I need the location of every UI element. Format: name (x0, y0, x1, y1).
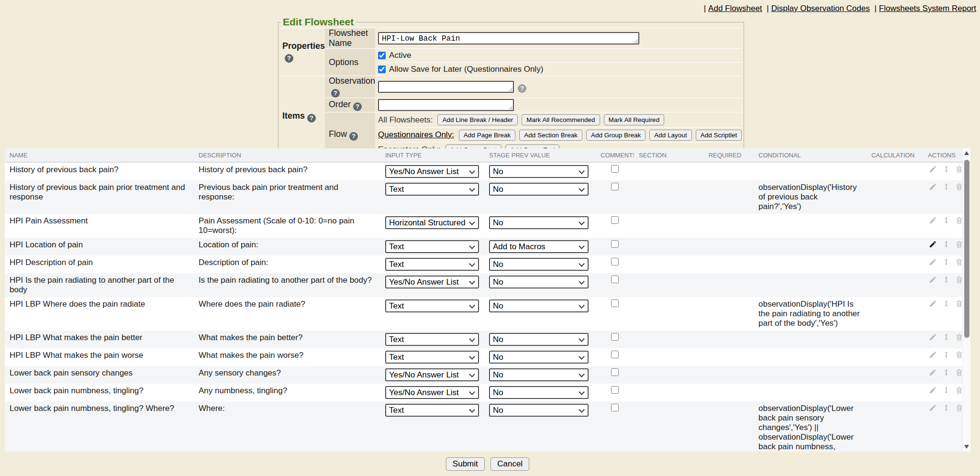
move-icon[interactable] (942, 333, 950, 341)
stage-prev-select[interactable]: No (489, 404, 589, 417)
mark-all-required-button[interactable]: Mark All Required (604, 114, 665, 125)
comments-checkbox[interactable] (611, 240, 619, 248)
move-icon[interactable] (942, 240, 950, 248)
comments-checkbox[interactable] (611, 368, 619, 376)
questionnaires-only-label: Questionnaires Only: (378, 130, 454, 140)
allow-save-checkbox[interactable] (378, 66, 386, 73)
stage-prev-select[interactable]: No (489, 165, 589, 178)
stage-prev-select[interactable]: No (489, 351, 589, 364)
edit-icon[interactable] (929, 333, 937, 341)
edit-icon[interactable] (929, 240, 937, 248)
move-icon[interactable] (942, 276, 950, 284)
stage-prev-select[interactable]: No (489, 386, 589, 399)
link-display-observation-codes[interactable]: Display Observation Codes (771, 4, 870, 13)
edit-icon[interactable] (929, 183, 937, 191)
edit-icon[interactable] (929, 351, 937, 359)
comments-checkbox[interactable] (611, 333, 619, 341)
input-type-select[interactable]: Text (385, 258, 479, 271)
items-help-icon[interactable]: ? (307, 114, 316, 122)
move-icon[interactable] (942, 299, 950, 308)
comments-checkbox[interactable] (611, 216, 619, 224)
comments-checkbox[interactable] (611, 404, 619, 411)
add-group-break-button[interactable]: Add Group Break (586, 130, 646, 141)
properties-help-icon[interactable]: ? (285, 54, 293, 63)
move-icon[interactable] (942, 165, 950, 173)
submit-button[interactable]: Submit (446, 457, 485, 471)
link-flowsheets-system-report[interactable]: Flowsheets System Report (879, 4, 976, 13)
item-calculation (865, 214, 921, 238)
move-icon[interactable] (942, 386, 950, 394)
add-layout-button[interactable]: Add Layout (649, 130, 691, 141)
input-type-select[interactable]: Yes/No Answer List (385, 386, 479, 399)
add-line-break-header-button[interactable]: Add Line Break / Header (437, 114, 518, 125)
item-required (696, 238, 754, 255)
item-description: Pain Assessment (Scale of 0-10: 0=no pai… (199, 216, 355, 235)
item-name: History of previous back pain? (10, 165, 119, 174)
item-description: What makes the pain better? (199, 333, 302, 342)
item-calculation (865, 238, 921, 255)
flowsheet-name-input[interactable]: HPI-Low Back Pain (378, 32, 639, 44)
order-help-icon[interactable]: ? (353, 102, 362, 111)
stage-prev-select[interactable]: No (489, 333, 589, 346)
stage-prev-select[interactable]: No (489, 216, 589, 229)
stage-prev-select[interactable]: No (489, 276, 589, 288)
input-type-select[interactable]: Yes/No Answer List (385, 368, 479, 381)
add-scriptlet-button[interactable]: Add Scriptlet (696, 130, 742, 141)
move-icon[interactable] (942, 216, 950, 224)
edit-icon[interactable] (929, 404, 937, 412)
add-section-break-button[interactable]: Add Section Break (519, 130, 582, 141)
comments-checkbox[interactable] (611, 165, 619, 173)
input-type-select[interactable]: Text (385, 333, 479, 346)
item-section (634, 214, 696, 238)
input-type-select[interactable]: Yes/No Answer List (385, 276, 479, 288)
scrollbar-thumb[interactable] (964, 160, 969, 338)
active-checkbox[interactable] (378, 52, 386, 59)
add-page-break-button[interactable]: Add Page Break (459, 130, 515, 141)
item-calculation (865, 255, 921, 273)
comments-checkbox[interactable] (611, 276, 619, 283)
edit-icon[interactable] (929, 299, 937, 308)
input-type-select[interactable]: Text (385, 404, 479, 417)
input-type-select[interactable]: Text (385, 240, 479, 253)
edit-icon[interactable] (929, 368, 937, 376)
comments-checkbox[interactable] (611, 183, 619, 190)
move-icon[interactable] (942, 404, 950, 412)
edit-icon[interactable] (929, 216, 937, 224)
input-type-select[interactable]: Text (385, 351, 479, 364)
edit-icon[interactable] (929, 386, 937, 394)
mark-all-recommended-button[interactable]: Mark All Recommended (522, 114, 600, 125)
comments-checkbox[interactable] (611, 299, 619, 307)
nav-separator: | (704, 4, 706, 13)
input-type-select[interactable]: Text (385, 183, 479, 196)
stage-prev-select[interactable]: No (489, 368, 589, 381)
flow-help-icon[interactable]: ? (349, 132, 358, 141)
move-icon[interactable] (942, 183, 950, 191)
order-input[interactable] (378, 99, 514, 111)
cancel-button[interactable]: Cancel (490, 457, 529, 471)
scroll-down-arrow-icon[interactable] (964, 445, 969, 449)
observation-input[interactable] (378, 81, 514, 93)
input-type-select[interactable]: Yes/No Answer List (385, 165, 479, 178)
move-icon[interactable] (942, 368, 950, 376)
item-required (696, 297, 754, 331)
comments-checkbox[interactable] (611, 351, 619, 358)
move-icon[interactable] (942, 258, 950, 266)
flow-label: Flow (329, 129, 347, 139)
edit-icon[interactable] (929, 165, 937, 173)
input-type-select[interactable]: Horizontal Structured Answer List (385, 216, 479, 229)
stage-prev-select[interactable]: Add to Macros (489, 240, 589, 253)
comments-checkbox[interactable] (611, 386, 619, 394)
edit-icon[interactable] (929, 276, 937, 284)
comments-checkbox[interactable] (611, 258, 619, 266)
move-icon[interactable] (942, 351, 950, 359)
edit-icon[interactable] (929, 258, 937, 266)
observation-help-icon[interactable]: ? (331, 89, 340, 98)
link-add-flowsheet[interactable]: Add Flowsheet (708, 4, 762, 13)
stage-prev-select[interactable]: No (489, 183, 589, 196)
scroll-up-arrow-icon[interactable] (964, 151, 969, 155)
stage-prev-select[interactable]: No (489, 258, 589, 271)
input-type-select[interactable]: Text (385, 299, 479, 312)
stage-prev-select[interactable]: No (489, 299, 589, 312)
item-section (634, 180, 696, 214)
observation-secondary-help-icon[interactable]: ? (518, 84, 526, 93)
